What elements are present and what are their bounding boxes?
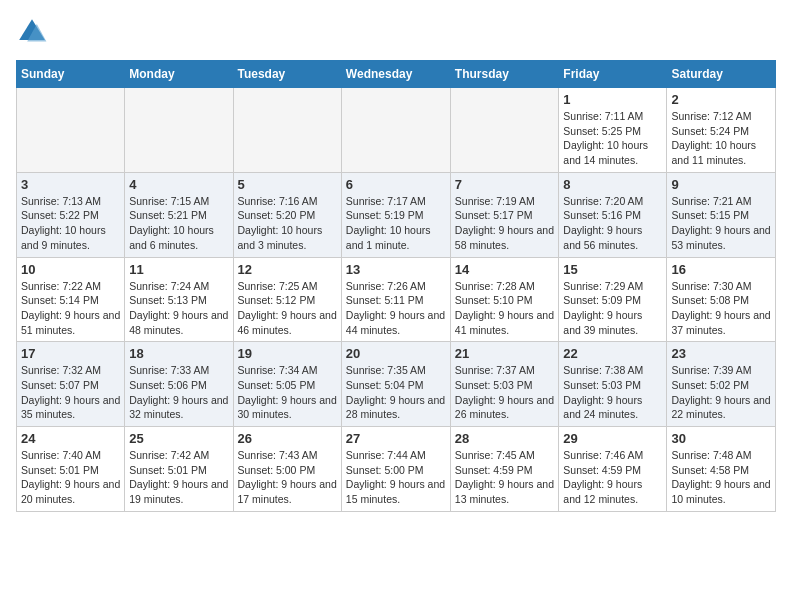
calendar-cell: 16Sunrise: 7:30 AM Sunset: 5:08 PM Dayli… [667,257,776,342]
day-info: Sunrise: 7:45 AM Sunset: 4:59 PM Dayligh… [455,448,555,507]
day-number: 8 [563,177,662,192]
calendar-cell: 22Sunrise: 7:38 AM Sunset: 5:03 PM Dayli… [559,342,667,427]
calendar-cell: 28Sunrise: 7:45 AM Sunset: 4:59 PM Dayli… [450,427,559,512]
logo-icon [16,16,48,48]
day-info: Sunrise: 7:42 AM Sunset: 5:01 PM Dayligh… [129,448,228,507]
calendar-cell: 4Sunrise: 7:15 AM Sunset: 5:21 PM Daylig… [125,172,233,257]
day-number: 13 [346,262,446,277]
day-info: Sunrise: 7:28 AM Sunset: 5:10 PM Dayligh… [455,279,555,338]
day-info: Sunrise: 7:17 AM Sunset: 5:19 PM Dayligh… [346,194,446,253]
day-header-saturday: Saturday [667,61,776,88]
day-info: Sunrise: 7:13 AM Sunset: 5:22 PM Dayligh… [21,194,120,253]
day-number: 18 [129,346,228,361]
calendar-header: SundayMondayTuesdayWednesdayThursdayFrid… [17,61,776,88]
calendar-cell: 13Sunrise: 7:26 AM Sunset: 5:11 PM Dayli… [341,257,450,342]
calendar-cell [341,88,450,173]
calendar-cell: 3Sunrise: 7:13 AM Sunset: 5:22 PM Daylig… [17,172,125,257]
calendar-cell: 27Sunrise: 7:44 AM Sunset: 5:00 PM Dayli… [341,427,450,512]
calendar-cell: 25Sunrise: 7:42 AM Sunset: 5:01 PM Dayli… [125,427,233,512]
day-number: 7 [455,177,555,192]
calendar-cell: 24Sunrise: 7:40 AM Sunset: 5:01 PM Dayli… [17,427,125,512]
calendar-cell: 12Sunrise: 7:25 AM Sunset: 5:12 PM Dayli… [233,257,341,342]
day-number: 21 [455,346,555,361]
day-info: Sunrise: 7:29 AM Sunset: 5:09 PM Dayligh… [563,279,662,338]
calendar-cell: 15Sunrise: 7:29 AM Sunset: 5:09 PM Dayli… [559,257,667,342]
day-info: Sunrise: 7:33 AM Sunset: 5:06 PM Dayligh… [129,363,228,422]
day-number: 26 [238,431,337,446]
day-info: Sunrise: 7:30 AM Sunset: 5:08 PM Dayligh… [671,279,771,338]
calendar-cell: 14Sunrise: 7:28 AM Sunset: 5:10 PM Dayli… [450,257,559,342]
day-number: 4 [129,177,228,192]
page-header [16,16,776,48]
calendar-cell: 30Sunrise: 7:48 AM Sunset: 4:58 PM Dayli… [667,427,776,512]
calendar-cell: 29Sunrise: 7:46 AM Sunset: 4:59 PM Dayli… [559,427,667,512]
day-number: 19 [238,346,337,361]
day-number: 20 [346,346,446,361]
day-info: Sunrise: 7:34 AM Sunset: 5:05 PM Dayligh… [238,363,337,422]
calendar-cell: 7Sunrise: 7:19 AM Sunset: 5:17 PM Daylig… [450,172,559,257]
calendar-week-5: 24Sunrise: 7:40 AM Sunset: 5:01 PM Dayli… [17,427,776,512]
day-header-wednesday: Wednesday [341,61,450,88]
calendar-cell: 10Sunrise: 7:22 AM Sunset: 5:14 PM Dayli… [17,257,125,342]
day-number: 24 [21,431,120,446]
calendar-cell: 20Sunrise: 7:35 AM Sunset: 5:04 PM Dayli… [341,342,450,427]
day-number: 22 [563,346,662,361]
calendar-cell: 1Sunrise: 7:11 AM Sunset: 5:25 PM Daylig… [559,88,667,173]
day-info: Sunrise: 7:15 AM Sunset: 5:21 PM Dayligh… [129,194,228,253]
calendar-cell: 18Sunrise: 7:33 AM Sunset: 5:06 PM Dayli… [125,342,233,427]
calendar-cell: 6Sunrise: 7:17 AM Sunset: 5:19 PM Daylig… [341,172,450,257]
day-number: 11 [129,262,228,277]
day-number: 30 [671,431,771,446]
day-header-thursday: Thursday [450,61,559,88]
day-header-monday: Monday [125,61,233,88]
day-header-tuesday: Tuesday [233,61,341,88]
day-number: 9 [671,177,771,192]
day-number: 6 [346,177,446,192]
calendar-cell: 8Sunrise: 7:20 AM Sunset: 5:16 PM Daylig… [559,172,667,257]
day-info: Sunrise: 7:12 AM Sunset: 5:24 PM Dayligh… [671,109,771,168]
day-info: Sunrise: 7:24 AM Sunset: 5:13 PM Dayligh… [129,279,228,338]
day-number: 14 [455,262,555,277]
day-header-sunday: Sunday [17,61,125,88]
calendar-week-4: 17Sunrise: 7:32 AM Sunset: 5:07 PM Dayli… [17,342,776,427]
day-info: Sunrise: 7:21 AM Sunset: 5:15 PM Dayligh… [671,194,771,253]
day-number: 17 [21,346,120,361]
calendar-cell: 9Sunrise: 7:21 AM Sunset: 5:15 PM Daylig… [667,172,776,257]
day-info: Sunrise: 7:35 AM Sunset: 5:04 PM Dayligh… [346,363,446,422]
calendar-cell: 21Sunrise: 7:37 AM Sunset: 5:03 PM Dayli… [450,342,559,427]
calendar-cell: 17Sunrise: 7:32 AM Sunset: 5:07 PM Dayli… [17,342,125,427]
day-number: 2 [671,92,771,107]
calendar-cell [233,88,341,173]
calendar-cell [450,88,559,173]
logo [16,16,52,48]
day-number: 25 [129,431,228,446]
day-number: 15 [563,262,662,277]
calendar-week-2: 3Sunrise: 7:13 AM Sunset: 5:22 PM Daylig… [17,172,776,257]
day-header-friday: Friday [559,61,667,88]
day-info: Sunrise: 7:32 AM Sunset: 5:07 PM Dayligh… [21,363,120,422]
day-info: Sunrise: 7:46 AM Sunset: 4:59 PM Dayligh… [563,448,662,507]
day-info: Sunrise: 7:11 AM Sunset: 5:25 PM Dayligh… [563,109,662,168]
calendar-week-3: 10Sunrise: 7:22 AM Sunset: 5:14 PM Dayli… [17,257,776,342]
day-info: Sunrise: 7:40 AM Sunset: 5:01 PM Dayligh… [21,448,120,507]
calendar-cell: 11Sunrise: 7:24 AM Sunset: 5:13 PM Dayli… [125,257,233,342]
calendar-table: SundayMondayTuesdayWednesdayThursdayFrid… [16,60,776,512]
day-info: Sunrise: 7:48 AM Sunset: 4:58 PM Dayligh… [671,448,771,507]
day-info: Sunrise: 7:38 AM Sunset: 5:03 PM Dayligh… [563,363,662,422]
day-number: 10 [21,262,120,277]
calendar-week-1: 1Sunrise: 7:11 AM Sunset: 5:25 PM Daylig… [17,88,776,173]
calendar-cell [17,88,125,173]
calendar-cell [125,88,233,173]
calendar-cell: 2Sunrise: 7:12 AM Sunset: 5:24 PM Daylig… [667,88,776,173]
calendar-cell: 23Sunrise: 7:39 AM Sunset: 5:02 PM Dayli… [667,342,776,427]
calendar-cell: 19Sunrise: 7:34 AM Sunset: 5:05 PM Dayli… [233,342,341,427]
day-info: Sunrise: 7:43 AM Sunset: 5:00 PM Dayligh… [238,448,337,507]
day-number: 27 [346,431,446,446]
day-info: Sunrise: 7:25 AM Sunset: 5:12 PM Dayligh… [238,279,337,338]
day-number: 3 [21,177,120,192]
day-number: 1 [563,92,662,107]
day-info: Sunrise: 7:26 AM Sunset: 5:11 PM Dayligh… [346,279,446,338]
day-number: 16 [671,262,771,277]
day-number: 12 [238,262,337,277]
day-info: Sunrise: 7:37 AM Sunset: 5:03 PM Dayligh… [455,363,555,422]
